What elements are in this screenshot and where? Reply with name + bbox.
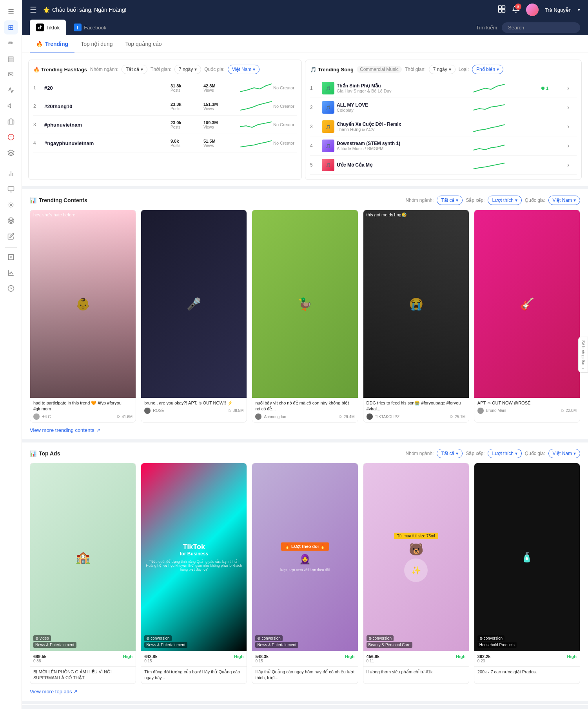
ad-type-badge: ⊕ conversion [144, 635, 171, 641]
ta-sort-filter[interactable]: Lượt thích ▾ [488, 449, 521, 458]
hashtag-rank: 2 [33, 103, 43, 109]
song-row[interactable]: 3 🎵 Chuyến Xe Cuộc Đời - Remix Thanh Hưn… [310, 117, 577, 136]
ad-card[interactable]: Túi mua full size 75ml 🐻 ✨ ⊕ conversion [363, 463, 469, 684]
svg-rect-8 [8, 187, 14, 191]
main-content: ☰ 🌟 Chào buổi sáng, Ngân Hoàng! 8 Trà Ng… [22, 0, 588, 709]
ad-desc: Tìm đúng đối tượng của bạn! Hãy thử Quản… [141, 667, 247, 684]
sidebar-edit[interactable]: ✏ [4, 36, 18, 50]
content-card-thumbnail: 🦆 [252, 210, 358, 398]
hashtag-row[interactable]: 4 #ngayphunuvietnam 9.8k Posts 51.5M Vie… [33, 134, 297, 152]
industry-filter[interactable]: Tất cả ▾ [122, 65, 147, 74]
search-input[interactable] [502, 22, 580, 33]
content-card[interactable]: 🎸 APT. ∞ OUT NOW @ROSÉ Bruno Mars 22.0M [474, 210, 580, 422]
svg-marker-25 [562, 409, 564, 412]
content-card-meta: ♰4 C 41.6M [33, 413, 132, 420]
song-thumb: 🎵 [322, 159, 334, 171]
song-row[interactable]: 2 🎵 ALL MY LOVE Coldplay › [310, 98, 577, 117]
ad-card[interactable]: 🏫 ⊕ video News & Entertainment [30, 463, 136, 684]
song-sparkline [439, 140, 539, 152]
platform-tab-facebook[interactable]: f Facebook [67, 20, 113, 35]
song-time-filter[interactable]: 7 ngày ▾ [429, 65, 456, 74]
sidebar-circle3[interactable] [4, 281, 18, 296]
song-scroll-btn[interactable]: › [567, 142, 577, 149]
content-card[interactable]: 👶 hey..she's hate before had to particip… [30, 210, 136, 422]
chevron-down-icon-6: ▾ [456, 198, 458, 203]
time-filter[interactable]: 7 ngày ▾ [174, 65, 201, 74]
card-creator: Bruno Mars [486, 408, 506, 413]
tc-sort-filter[interactable]: Lượt thích ▾ [488, 196, 521, 205]
song-row[interactable]: 1 🎵 Thần Sinh Phụ Mẫu Gia Huy Singer & B… [310, 79, 577, 98]
ta-industry-filter[interactable]: Tất cả ▾ [437, 449, 463, 458]
sidebar-dashboard[interactable]: ⊞ [4, 20, 18, 34]
content-card-desc: APT. ∞ OUT NOW @ROSÉ [477, 400, 577, 406]
ad-desc: BỊ MỜI LÊN PHÒNG GIÁM HIỆU VÌ NÓI SUPERM… [30, 667, 136, 684]
chevron-down-icon-7: ▾ [515, 198, 517, 203]
sidebar-content[interactable]: ▤ [4, 52, 18, 66]
song-scroll-btn[interactable]: › [567, 104, 577, 111]
hashtag-sparkline [240, 100, 272, 112]
svg-point-14 [10, 220, 11, 221]
content-card[interactable]: 🎤 bruno.. are you okay?! APT. is OUT NOW… [141, 210, 247, 422]
sidebar-target[interactable] [4, 214, 18, 228]
tc-industry-filter[interactable]: Tất cả ▾ [437, 196, 463, 205]
tab-top-ads[interactable]: Top quảng cáo [119, 35, 168, 53]
sidebar-messages[interactable]: ✉ [4, 67, 18, 82]
song-scroll-btn[interactable]: › [567, 85, 577, 92]
tab-trending[interactable]: 🔥 Trending [30, 35, 74, 53]
hashtags-header: 🔥 Trending Hashtags Nhóm ngành: Tất cả ▾… [33, 65, 297, 74]
sidebar-stats[interactable] [4, 266, 18, 280]
ad-category-badge: News & Entertainment [144, 642, 187, 648]
ad-card[interactable]: 🔥 Lượt theo dõi 🔥 🧕 lượt, lượt xem với l… [252, 463, 358, 684]
hashtag-row[interactable]: 2 #20thang10 23.3k Posts 151.3M Views [33, 97, 297, 116]
song-rank: 2 [310, 105, 319, 110]
song-row[interactable]: 5 🎵 Ước Mơ Của Mẹ › [310, 156, 577, 175]
hashtag-row[interactable]: 1 #20 31.8k Posts 42.8M Views [33, 79, 297, 97]
sidebar-auto[interactable] [4, 114, 18, 129]
tc-country-filter[interactable]: Việt Nam ▾ [548, 196, 580, 205]
country-filter[interactable]: Việt Nam ▾ [228, 65, 260, 74]
apps-icon[interactable] [498, 5, 506, 15]
view-more-trending[interactable]: View more trending contents ↗ [30, 427, 580, 433]
svg-rect-1 [8, 120, 14, 124]
sidebar-ai[interactable] [4, 146, 18, 160]
song-scroll-btn[interactable]: › [567, 161, 577, 169]
sidebar-auto2[interactable] [4, 198, 18, 212]
sidebar-ads[interactable] [4, 182, 18, 196]
scroll-hint[interactable]: Số hướng dẫn ‹ [578, 336, 588, 372]
song-type-filter[interactable]: Phổ biến ▾ [472, 65, 503, 74]
sidebar-circle[interactable] [4, 130, 18, 144]
username-chevron[interactable]: ▾ [578, 7, 580, 13]
ad-type-badge: ⊕ conversion [477, 635, 505, 641]
ad-card[interactable]: 🧴 ⊕ conversion Household Products [474, 463, 580, 684]
ad-card[interactable]: TikTok for Business "Nếu quét để dụng tí… [141, 463, 247, 684]
username-label[interactable]: Trà Nguyễn [545, 7, 572, 13]
view-more-ads[interactable]: View more top ads ↗ [30, 689, 580, 694]
card-avatar [255, 413, 261, 420]
song-scroll-btn[interactable]: › [567, 123, 577, 130]
sidebar-ai2[interactable] [4, 250, 18, 264]
ad-category-badge: News & Entertainment [33, 642, 76, 648]
tab-top-content[interactable]: Top nội dung [74, 35, 119, 53]
sidebar: ☰ ⊞ ✏ ▤ ✉ [0, 0, 22, 709]
song-row[interactable]: 4 🎵 Downstream (STEM synth 1) Altitude M… [310, 136, 577, 156]
ad-level: High [456, 654, 465, 663]
platform-tab-tiktok[interactable]: Tiktok [30, 20, 66, 35]
user-avatar[interactable] [526, 4, 539, 16]
ta-country-filter[interactable]: Việt Nam ▾ [548, 449, 580, 458]
hamburger-menu[interactable]: ☰ [30, 5, 37, 15]
top-ads-section: 📊 Top Ads Nhóm ngành: Tất cả ▾ Sắp xếp: … [22, 442, 588, 704]
notification-bell[interactable]: 8 [512, 5, 520, 15]
ad-badge-bottom: ⊕ conversion Household Products [477, 635, 577, 648]
ad-card-thumbnail: 🧴 ⊕ conversion Household Products [474, 463, 580, 651]
sidebar-reports[interactable] [4, 167, 18, 181]
svg-rect-19 [498, 9, 501, 12]
svg-point-11 [10, 204, 12, 206]
sidebar-edit2[interactable] [4, 229, 18, 243]
sidebar-menu[interactable]: ☰ [4, 5, 18, 19]
hashtag-row[interactable]: 3 #phunuvietnam 23.0k Posts 109.3M Views [33, 116, 297, 134]
sidebar-campaigns[interactable] [4, 99, 18, 113]
content-card[interactable]: 😭 this got me dy1ing🤣 DDG tries to feed … [363, 210, 469, 422]
content-card[interactable]: 🦆 nuôi bầy vịt cho nó đẻ mà cô con này k… [252, 210, 358, 422]
song-sparkline [439, 82, 539, 94]
sidebar-analytics[interactable] [4, 83, 18, 97]
